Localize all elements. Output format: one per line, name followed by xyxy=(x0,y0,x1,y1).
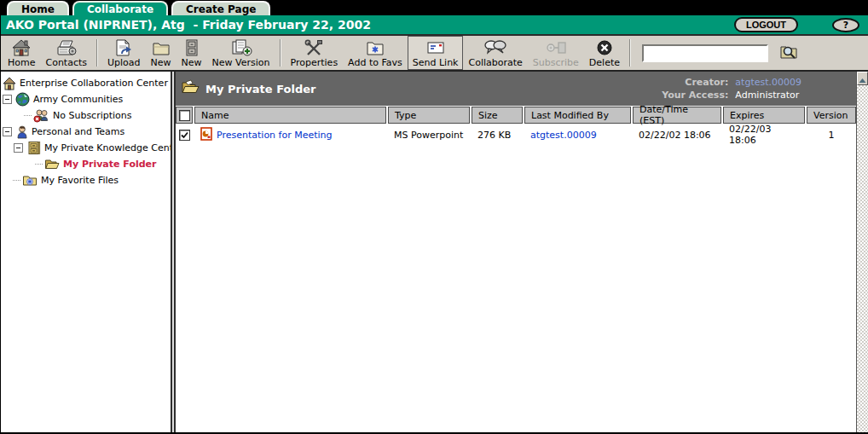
tree-item-my-private-folder[interactable]: My Private Folder xyxy=(1,156,171,172)
new-item-button[interactable]: New xyxy=(176,36,207,70)
table-row: Presentation for Meeting MS Powerpoint 2… xyxy=(176,124,856,146)
new-folder-button-label: New xyxy=(151,57,171,68)
collapse-expander-icon[interactable] xyxy=(3,95,12,104)
folder-title: My Private Folder xyxy=(205,83,315,95)
tree-connector xyxy=(24,115,32,116)
people-x-icon xyxy=(33,109,49,123)
upload-button-label: Upload xyxy=(107,57,141,68)
contacts-button-label: Contacts xyxy=(45,57,87,68)
send-link-button[interactable]: Send Link xyxy=(408,36,464,70)
toolbar-separator xyxy=(96,39,98,67)
new-version-icon xyxy=(230,38,252,57)
tree-item-my-private-knowledge-center[interactable]: My Private Knowledge Center xyxy=(1,140,171,156)
contacts-button[interactable]: Contacts xyxy=(40,36,92,70)
search-button[interactable] xyxy=(777,43,801,63)
file-type: MS Powerpoint xyxy=(388,130,470,141)
send-link-icon xyxy=(425,38,446,57)
column-header-datetime[interactable]: Date/Time (EST) xyxy=(633,107,721,124)
column-header-expires[interactable]: Expires xyxy=(723,107,805,124)
tree-item-my-favorite-files[interactable]: My Favorite Files xyxy=(1,172,171,188)
file-list-empty-area xyxy=(176,146,856,432)
upload-icon xyxy=(113,38,134,57)
portal-title: AKO Portal (NIPRNET), Atg - Friday Febru… xyxy=(6,18,371,32)
toolbar-separator xyxy=(280,39,281,67)
creator-label: Creator: xyxy=(662,77,728,88)
tree-item-army-communities[interactable]: Army Communities xyxy=(1,91,171,107)
help-button[interactable]: ? xyxy=(832,18,859,32)
file-expires: 02/22/03 18:06 xyxy=(723,124,805,146)
add-to-favs-button-label: Add to Favs xyxy=(348,57,402,68)
properties-button[interactable]: Properties xyxy=(286,36,344,70)
delete-button-label: Delete xyxy=(589,57,620,68)
cabinet-icon xyxy=(26,141,41,155)
tree-item-label: My Favorite Files xyxy=(41,175,119,186)
home-button[interactable]: Home xyxy=(3,36,40,70)
send-link-button-label: Send Link xyxy=(413,57,459,68)
new-folder-button[interactable]: New xyxy=(146,36,176,70)
row-checkbox[interactable] xyxy=(179,130,190,141)
collapse-expander-icon[interactable] xyxy=(14,143,23,153)
upload-button[interactable]: Upload xyxy=(102,36,146,70)
scroll-up-button[interactable] xyxy=(857,72,868,85)
person-icon xyxy=(15,125,28,139)
home-icon xyxy=(11,38,32,57)
folder-open-icon xyxy=(181,79,200,98)
properties-button-label: Properties xyxy=(291,57,339,68)
tree-item-label: My Private Folder xyxy=(63,159,157,170)
tree-item-label: My Private Knowledge Center xyxy=(44,142,171,153)
home-button-label: Home xyxy=(8,57,35,68)
new-folder-icon xyxy=(151,38,171,57)
tree-item-personal-and-teams[interactable]: Personal and Teams xyxy=(1,124,171,140)
column-header-size[interactable]: Size xyxy=(472,107,523,124)
properties-icon xyxy=(304,38,324,57)
app-window: Home Collaborate Create Page AKO Portal … xyxy=(0,0,868,434)
tree-item-label: Enterprise Collaboration Center xyxy=(20,78,168,89)
delete-icon xyxy=(596,38,613,57)
column-header-type[interactable]: Type xyxy=(388,107,470,124)
table-header: Name Type Size Last Modified By Date/Tim… xyxy=(176,106,856,124)
folder-fav-icon xyxy=(22,174,38,187)
file-name-link[interactable]: Presentation for Meeting xyxy=(217,130,333,141)
select-all-checkbox[interactable] xyxy=(179,110,190,121)
modified-by-link[interactable]: atgtest.00009 xyxy=(530,130,597,141)
tab-create-page[interactable]: Create Page xyxy=(171,1,270,15)
tree-item-no-subscriptions[interactable]: No Subscriptions xyxy=(1,107,171,124)
tab-strip: Home Collaborate Create Page xyxy=(1,0,868,15)
subscribe-button-label: Subscribe xyxy=(533,57,579,68)
tree-item-enterprise-collaboration-center[interactable]: Enterprise Collaboration Center xyxy=(1,75,171,91)
tree-connector xyxy=(35,164,43,165)
toolbar: Home Contacts Upload New New New Version… xyxy=(1,36,868,72)
add-to-favs-icon xyxy=(365,38,385,57)
column-header-name[interactable]: Name xyxy=(194,107,386,124)
logout-button[interactable]: LOGOUT xyxy=(734,17,798,32)
scroll-up-arrow-icon xyxy=(859,71,866,87)
search-folder-icon xyxy=(778,43,799,63)
vertical-scrollbar[interactable] xyxy=(856,72,868,432)
collapse-expander-icon[interactable] xyxy=(3,127,12,136)
main-panel: My Private Folder Creator: atgtest.00009… xyxy=(176,72,856,432)
delete-button[interactable]: Delete xyxy=(584,36,625,70)
file-size: 276 KB xyxy=(472,130,523,141)
add-to-favs-button[interactable]: Add to Favs xyxy=(343,36,408,70)
new-cabinet-icon xyxy=(183,38,200,57)
globe-icon xyxy=(15,92,30,107)
new-item-button-label: New xyxy=(182,57,202,68)
contacts-icon xyxy=(55,38,78,57)
tab-collaborate[interactable]: Collaborate xyxy=(72,1,168,15)
subscribe-icon xyxy=(545,38,567,57)
collaborate-button-label: Collaborate xyxy=(468,57,522,68)
tree-connector xyxy=(13,180,20,181)
folder-open-icon xyxy=(44,158,60,171)
file-version: 1 xyxy=(807,130,856,141)
column-header-version[interactable]: Version xyxy=(807,107,856,124)
tab-home[interactable]: Home xyxy=(7,1,69,15)
new-version-button[interactable]: New Version xyxy=(207,36,275,70)
file-datetime: 02/22/02 18:06 xyxy=(633,130,721,141)
powerpoint-file-icon xyxy=(200,127,212,143)
creator-link[interactable]: atgtest.00009 xyxy=(735,77,801,88)
collaborate-button[interactable]: Collaborate xyxy=(463,36,527,70)
subscribe-button[interactable]: Subscribe xyxy=(528,36,584,70)
title-bar: AKO Portal (NIPRNET), Atg - Friday Febru… xyxy=(1,15,868,36)
search-input[interactable] xyxy=(642,44,768,62)
column-header-last-modified-by[interactable]: Last Modified By xyxy=(524,107,631,124)
